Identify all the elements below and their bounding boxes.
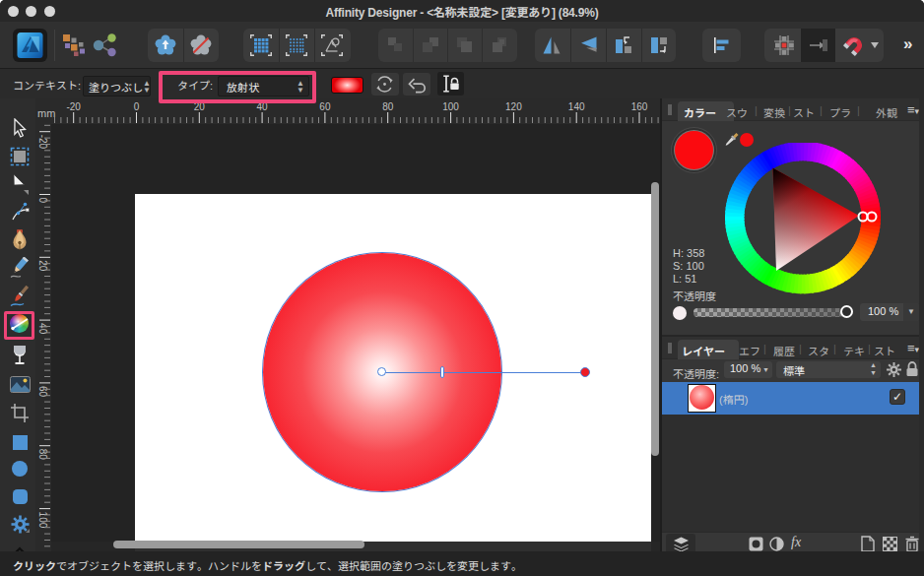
svg-text:0: 0	[134, 101, 140, 112]
svg-text:80: 80	[382, 101, 394, 112]
svg-text:120: 120	[505, 101, 522, 112]
svg-text:160: 160	[631, 101, 648, 112]
svg-text:100: 100	[37, 512, 48, 529]
svg-text:60: 60	[319, 101, 331, 112]
svg-text:-20: -20	[66, 101, 81, 112]
svg-text:-20: -20	[37, 135, 48, 150]
svg-text:100: 100	[442, 101, 459, 112]
svg-text:140: 140	[568, 101, 585, 112]
